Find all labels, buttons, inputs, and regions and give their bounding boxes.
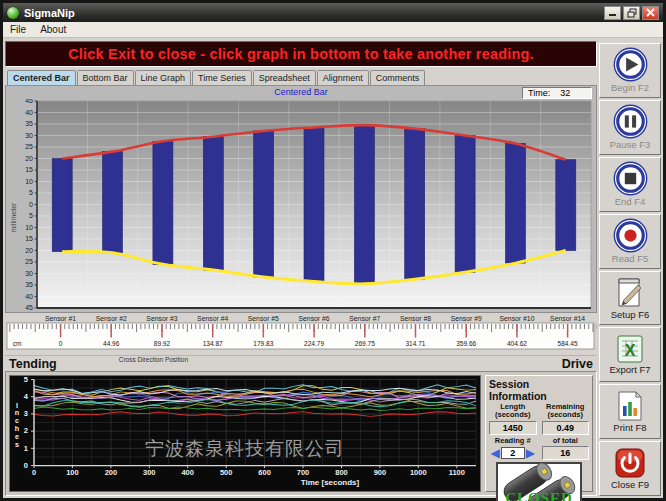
setup-f6-button[interactable]: Setup F6 (599, 271, 661, 326)
trend-xlabel: Time [seconds] (301, 478, 360, 486)
svg-text:0: 0 (32, 470, 36, 477)
menu-item-file[interactable]: File (10, 24, 26, 35)
svg-text:89.92: 89.92 (154, 340, 171, 347)
sensor-labels: Sensor #1Sensor #2Sensor #3Sensor #4Sens… (45, 315, 585, 322)
tab-bottom-bar[interactable]: Bottom Bar (77, 70, 134, 85)
session-title: Session Information (489, 378, 589, 402)
svg-text:179.83: 179.83 (253, 340, 273, 347)
svg-text:40: 40 (25, 293, 33, 300)
svg-text:Sensor #3: Sensor #3 (146, 315, 177, 322)
centered-bar-chart-panel: Centered Bar Time: 32 454035302520151050… (5, 85, 597, 313)
export-f7-button[interactable]: XExport F7 (599, 327, 661, 382)
svg-text:s: s (15, 442, 19, 449)
svg-text:15: 15 (25, 235, 33, 242)
stop-icon (613, 161, 648, 196)
watermark: 宁波森泉科技有限公司 (145, 436, 345, 462)
svg-text:h: h (15, 426, 19, 433)
menu-item-about[interactable]: About (40, 24, 66, 35)
minimize-button[interactable] (604, 6, 621, 20)
svg-text:100: 100 (66, 470, 79, 477)
next-reading-arrow-icon[interactable]: ▶ (526, 447, 535, 459)
reading-number-value[interactable]: 2 (501, 447, 525, 459)
svg-text:5: 5 (24, 376, 28, 383)
svg-text:200: 200 (105, 470, 118, 477)
tab-centered-bar[interactable]: Centered Bar (7, 70, 76, 85)
svg-text:20: 20 (25, 155, 33, 162)
svg-text:10: 10 (25, 178, 33, 185)
svg-text:35: 35 (25, 120, 33, 127)
read-f5-button[interactable]: Read F5 (599, 214, 661, 269)
reading-number-stepper: ◀ 2 ▶ (489, 447, 537, 459)
button-label: End F4 (615, 196, 646, 207)
svg-text:5: 5 (29, 212, 33, 219)
power-icon (614, 447, 646, 479)
message-banner: Click Exit to close - click graph in bot… (5, 41, 597, 67)
svg-text:Sensor #10: Sensor #10 (499, 315, 534, 322)
tab-spreadsheet[interactable]: Spreadsheet (253, 70, 316, 85)
svg-text:45: 45 (25, 304, 33, 311)
roller-status-text: CLOSED (505, 490, 573, 501)
svg-text:Sensor #14: Sensor #14 (550, 315, 585, 322)
tab-time-series[interactable]: Time Series (192, 70, 252, 85)
svg-text:Sensor #6: Sensor #6 (299, 315, 330, 322)
svg-text:20: 20 (25, 247, 33, 254)
svg-text:e: e (15, 434, 19, 441)
svg-text:c: c (15, 418, 19, 425)
of-total-label: of total (542, 437, 590, 445)
button-label: Close F9 (611, 479, 649, 490)
restore-button[interactable] (623, 6, 640, 20)
pause-f3-button[interactable]: Pause F3 (599, 100, 661, 155)
setup-icon (615, 276, 645, 309)
svg-text:25: 25 (25, 258, 33, 265)
tab-line-graph[interactable]: Line Graph (135, 70, 192, 85)
cross-direction-position-label: Cross Direction Position (119, 356, 188, 363)
svg-text:300: 300 (143, 470, 156, 477)
play-icon (613, 47, 648, 82)
remaining-label: Remaining(seconds) (542, 403, 590, 420)
svg-text:0: 0 (29, 201, 33, 208)
svg-text:25: 25 (25, 143, 33, 150)
trend-graph-svg: 0100200300400500600700800900100011000123… (10, 376, 480, 491)
svg-text:millimeter: millimeter (10, 202, 17, 233)
print-f8-button[interactable]: Print F8 (599, 384, 661, 439)
tab-comments[interactable]: Comments (370, 70, 426, 85)
main-bar-chart: 45403530252015105051015202530354045milli… (7, 99, 595, 312)
end-f4-button[interactable]: End F4 (599, 157, 661, 212)
close-window-button[interactable] (642, 6, 659, 20)
close-f9-button[interactable]: Close F9 (599, 441, 661, 496)
svg-text:Sensor #8: Sensor #8 (400, 315, 431, 322)
tab-alignment[interactable]: Alignment (317, 70, 369, 85)
reading-number-label: Reading # (489, 437, 537, 445)
svg-text:2: 2 (24, 428, 28, 435)
svg-text:I: I (16, 402, 18, 409)
svg-text:800: 800 (335, 470, 348, 477)
begin-f2-button[interactable]: Begin F2 (599, 43, 661, 98)
svg-text:30: 30 (25, 270, 33, 277)
svg-text:4: 4 (24, 393, 28, 400)
svg-text:0: 0 (24, 462, 28, 469)
svg-text:3: 3 (24, 411, 28, 418)
svg-text:Sensor #9: Sensor #9 (451, 315, 482, 322)
app-window: SigmaNip FileAbout Click Exit to close -… (0, 0, 666, 501)
svg-text:359.66: 359.66 (456, 340, 476, 347)
button-label: Pause F3 (610, 139, 651, 150)
svg-text:500: 500 (220, 470, 233, 477)
machine-side-strip: Tending Cross Direction Position Drive (5, 355, 597, 371)
previous-reading-arrow-icon[interactable]: ◀ (491, 447, 500, 459)
time-label: Time: (528, 88, 550, 98)
cross-direction-ruler: Sensor #1Sensor #2Sensor #3Sensor #4Sens… (5, 313, 597, 355)
time-value: 32 (560, 88, 570, 98)
tending-label: Tending (9, 357, 57, 371)
svg-text:35: 35 (25, 281, 33, 288)
svg-text:404.62: 404.62 (507, 340, 527, 347)
svg-text:40: 40 (25, 109, 33, 116)
svg-text:584.45: 584.45 (558, 340, 578, 347)
button-label: Export F7 (609, 364, 650, 375)
svg-text:1: 1 (24, 445, 28, 452)
remaining-value: 0.49 (542, 421, 590, 435)
svg-text:44.96: 44.96 (103, 340, 120, 347)
svg-text:Sensor #5: Sensor #5 (248, 315, 279, 322)
length-value: 1450 (489, 421, 537, 435)
trend-graph[interactable]: 0100200300400500600700800900100011000123… (9, 375, 481, 492)
app-icon (7, 7, 19, 19)
